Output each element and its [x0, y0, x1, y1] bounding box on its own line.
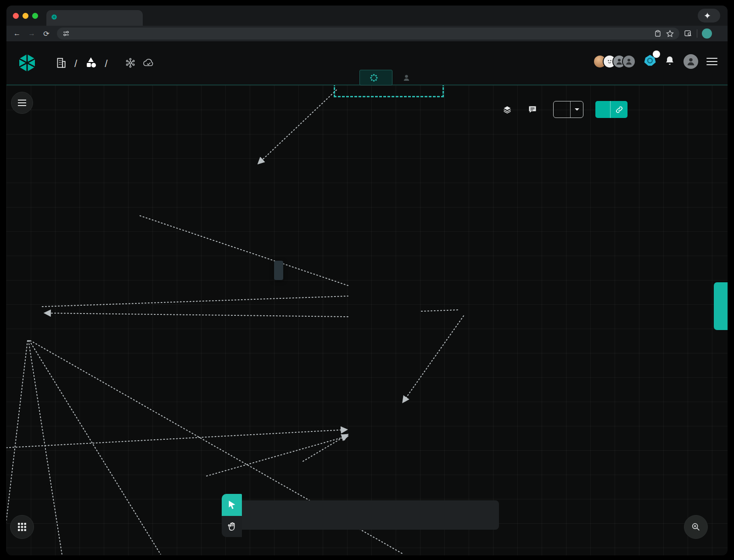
collaborator-avatar-4[interactable]	[622, 55, 636, 68]
window-controls	[6, 13, 45, 19]
bookmark-star-icon[interactable]	[666, 30, 674, 38]
tab-design[interactable]	[359, 70, 392, 85]
copy-link-icon[interactable]	[610, 101, 628, 118]
notifications-bell-icon[interactable]	[664, 55, 675, 68]
close-window-button[interactable]	[13, 13, 19, 19]
canvas-menu-button[interactable]	[11, 92, 33, 114]
save-icon[interactable]	[654, 30, 661, 37]
browser-profile-avatar[interactable]	[702, 28, 712, 39]
gemini-button[interactable]	[698, 9, 720, 22]
catalog-count-badge	[653, 50, 660, 58]
zoom-window-button[interactable]	[32, 13, 38, 19]
browser-tab[interactable]	[46, 10, 143, 26]
tab-operate[interactable]	[392, 70, 425, 85]
comments-button[interactable]	[528, 105, 541, 114]
mode-toggle	[359, 70, 425, 85]
kanvas-logo-icon[interactable]	[18, 53, 36, 74]
layers-icon	[503, 105, 512, 114]
gemini-sparkle-icon	[704, 12, 711, 19]
browser-tabstrip	[6, 6, 728, 26]
cloud-sync-icon[interactable]	[142, 57, 155, 70]
actions-button[interactable]	[553, 101, 583, 118]
collaborator-avatars[interactable]	[593, 55, 636, 68]
browser-window: ← → ⟳ / /	[6, 6, 728, 555]
share-button[interactable]	[595, 101, 628, 118]
kanvas-header: / /	[6, 41, 728, 85]
forward-icon[interactable]: →	[26, 29, 38, 38]
reload-icon[interactable]: ⟳	[40, 29, 52, 38]
comments-icon	[528, 105, 537, 114]
catalog-button[interactable]	[643, 54, 657, 69]
canvas-bottom-toolbar	[242, 500, 499, 530]
design-canvas[interactable]	[6, 85, 728, 555]
routetable-selection-ants	[334, 85, 444, 97]
share-label[interactable]	[595, 101, 610, 118]
workspace-shapes-icon[interactable]	[84, 57, 97, 71]
layers-button[interactable]	[503, 105, 516, 114]
site-settings-icon[interactable]	[62, 30, 70, 37]
pan-hand-tool[interactable]	[222, 516, 242, 537]
design-mode-icon	[370, 74, 378, 82]
tab-favicon-meshery-icon	[51, 14, 57, 22]
toolbar-separator	[697, 29, 697, 38]
actions-dropdown-caret[interactable]	[570, 101, 583, 118]
edge-layer	[6, 85, 728, 554]
search-tabs-icon[interactable]	[684, 29, 692, 38]
back-icon[interactable]: ←	[11, 29, 23, 38]
header-menu-icon[interactable]	[706, 56, 717, 67]
actions-label[interactable]	[554, 101, 570, 118]
zoom-button[interactable]	[684, 515, 708, 539]
canvas-top-toolbar	[503, 101, 628, 118]
url-bar[interactable]	[57, 28, 679, 39]
minimize-window-button[interactable]	[22, 13, 28, 19]
select-cursor-tool[interactable]	[222, 494, 242, 516]
selected-node-toolbar	[274, 261, 283, 280]
operate-mode-icon	[403, 74, 410, 82]
breadcrumb-separator: /	[74, 58, 77, 70]
apps-grid-button[interactable]	[10, 515, 34, 539]
user-profile-avatar[interactable]	[683, 53, 699, 70]
breadcrumb-separator2: /	[105, 58, 107, 70]
snapshot-icon[interactable]	[125, 57, 136, 70]
organization-icon[interactable]	[55, 57, 67, 71]
browser-toolbar: ← → ⟳	[6, 26, 728, 41]
feedback-tab[interactable]	[714, 282, 728, 330]
